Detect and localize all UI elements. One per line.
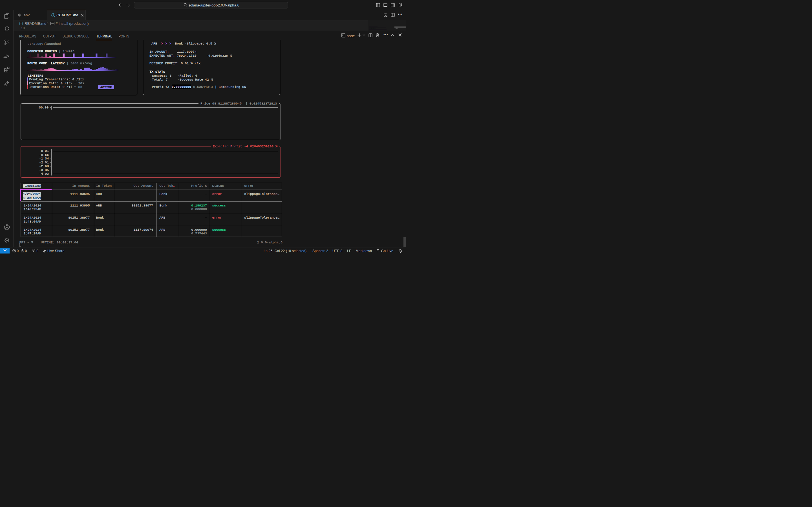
svg-text:abc: abc [51,22,54,24]
